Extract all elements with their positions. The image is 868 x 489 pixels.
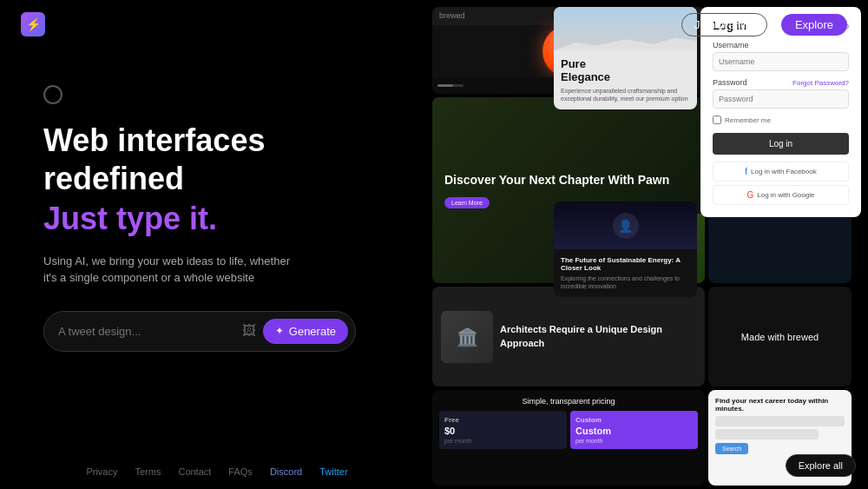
headline-1: Web interfaces redefined	[43, 122, 391, 196]
login-button[interactable]: Log in	[713, 133, 849, 155]
pricing-free[interactable]: Free $0 per month	[439, 411, 567, 449]
forgot-password-link[interactable]: Forgot Password?	[792, 79, 849, 87]
explore-button[interactable]: Explore	[781, 14, 847, 36]
footer-contact[interactable]: Contact	[178, 466, 211, 477]
hero-section: Web interfaces redefined Just type it. U…	[0, 0, 434, 489]
card-architects[interactable]: 🏛️ Architects Require a Unique Design Ap…	[432, 287, 705, 387]
remember-me-row: Remember me	[713, 116, 849, 124]
card-made[interactable]: Made with brewed	[708, 287, 852, 387]
career-title: Find your next career today within minut…	[715, 397, 845, 413]
footer-faqs[interactable]: FAQs	[228, 466, 253, 477]
hero-subtext: Using AI, we bring your web ideas to lif…	[43, 253, 304, 287]
remember-me-label: Remember me	[725, 116, 771, 124]
discover-badge[interactable]: Learn More	[444, 197, 490, 208]
facebook-icon: f	[745, 167, 747, 176]
google-icon: G	[746, 190, 753, 200]
career-input-2[interactable]	[715, 429, 819, 439]
pricing-free-label: Free	[444, 416, 562, 424]
card-sustainable[interactable]: 👤 The Future of Sustainable Energy: A Cl…	[554, 202, 697, 297]
architects-text: Architects Require a Unique Design Appro…	[500, 323, 696, 350]
facebook-login-btn[interactable]: f Log in with Facebook	[713, 162, 849, 182]
pricing-custom-price: Custom	[575, 426, 693, 436]
pricing-free-sub: per month	[444, 438, 562, 444]
sustainable-image: 👤	[554, 202, 697, 249]
pricing-columns: Free $0 per month Custom Custom per mont…	[439, 411, 698, 449]
password-row: Password Forgot Password?	[713, 78, 849, 87]
sustainable-title: The Future of Sustainable Energy: A Clos…	[561, 256, 690, 272]
card-pricing[interactable]: Simple, transparent pricing Free $0 per …	[432, 390, 705, 486]
generate-button[interactable]: ✦ Generate	[263, 319, 348, 344]
google-login-btn[interactable]: G Log in with Google	[713, 185, 849, 205]
career-input-1[interactable]	[715, 416, 845, 426]
sustainable-text: Exploring the connections and challenges…	[561, 274, 690, 290]
elegance-content: Pure Elegance Experience unparalleled cr…	[554, 50, 697, 109]
pricing-custom-sub: per month	[575, 438, 693, 444]
pricing-custom[interactable]: Custom Custom per month	[570, 411, 698, 449]
password-label: Password	[713, 78, 747, 87]
search-input[interactable]	[58, 325, 235, 338]
career-search-btn[interactable]: Search	[715, 443, 748, 454]
pricing-custom-label: Custom	[575, 416, 693, 424]
elegance-text: Experience unparalleled craftsmanship an…	[561, 87, 690, 102]
logo-icon: ⚡	[21, 12, 45, 36]
explore-all-button[interactable]: Explore all	[786, 454, 856, 477]
discover-title: Discover Your Next Chapter With Pawn	[444, 172, 693, 188]
search-bar: 🖼 ✦ Generate	[43, 311, 356, 352]
headline-2: Just type it.	[43, 201, 391, 237]
image-icon[interactable]: 🖼	[235, 323, 263, 339]
password-input[interactable]	[713, 89, 849, 109]
footer-privacy[interactable]: Privacy	[86, 466, 117, 477]
username-input[interactable]	[713, 52, 849, 71]
elegance-title: Pure	[561, 57, 690, 70]
footer-terms[interactable]: Terms	[135, 466, 161, 477]
main-nav: Login Join Waitlist Explore	[640, 13, 847, 36]
footer-twitter[interactable]: Twitter	[319, 466, 347, 477]
footer-discord[interactable]: Discord	[270, 466, 302, 477]
login-link[interactable]: Login	[640, 18, 667, 31]
pricing-free-price: $0	[444, 426, 562, 436]
architects-image: 🏛️	[441, 311, 493, 363]
elegance-subtitle: Elegance	[561, 70, 690, 83]
waitlist-button[interactable]: Join Waitlist	[681, 13, 767, 36]
sparkle-icon: ✦	[275, 325, 284, 337]
made-text: Made with brewed	[741, 332, 819, 342]
indicator-dot	[43, 85, 62, 104]
pricing-title: Simple, transparent pricing	[439, 397, 698, 406]
remember-me-checkbox[interactable]	[713, 116, 721, 124]
footer: Privacy Terms Contact FAQs Discord Twitt…	[0, 466, 434, 477]
sustainable-content: The Future of Sustainable Energy: A Clos…	[554, 249, 697, 297]
